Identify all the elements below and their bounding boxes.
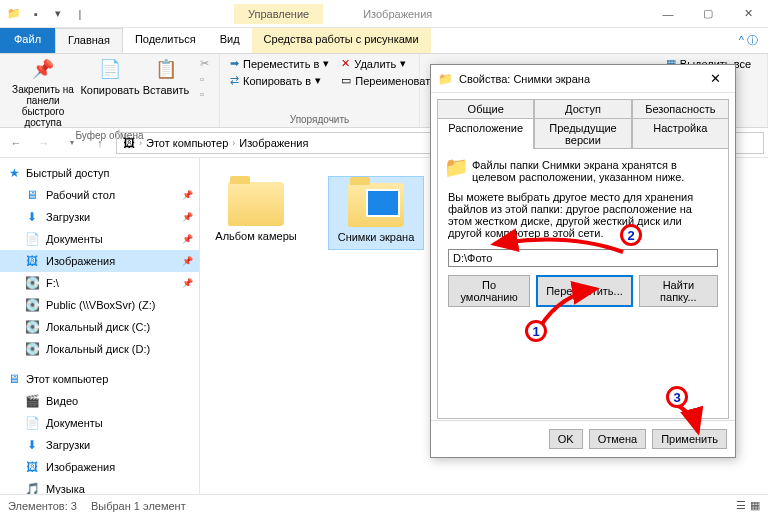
- apply-button[interactable]: Применить: [652, 429, 727, 449]
- downloads-icon: ⬇: [24, 209, 40, 225]
- cancel-button[interactable]: Отмена: [589, 429, 646, 449]
- nav-quick-access[interactable]: ★Быстрый доступ: [0, 162, 199, 184]
- quick-access-toolbar: 📁 ▪ ▾ |: [0, 6, 94, 22]
- copy-icon: 📄: [98, 58, 122, 82]
- titlebar: 📁 ▪ ▾ | Управление Изображения — ▢ ✕: [0, 0, 768, 28]
- move-to-button[interactable]: ➡Переместить в ▾: [226, 56, 333, 71]
- nav-forward-button[interactable]: →: [32, 131, 56, 155]
- nav-desktop[interactable]: 🖥Рабочий стол📌: [0, 184, 199, 206]
- documents-icon: 📄: [24, 415, 40, 431]
- copy-to-label: Копировать в: [243, 75, 311, 87]
- nav-public[interactable]: 💽Public (\\VBoxSvr) (Z:): [0, 294, 199, 316]
- copy-path-button[interactable]: ▫: [196, 72, 213, 86]
- ribbon-group-organize: ➡Переместить в ▾ ⇄Копировать в ▾ ✕Удалит…: [220, 54, 420, 127]
- videos-icon: 🎬: [24, 393, 40, 409]
- nav-up-button[interactable]: ↑: [88, 131, 112, 155]
- folder-icon: [228, 182, 284, 226]
- find-target-button[interactable]: Найти папку...: [639, 275, 718, 307]
- drive-icon: 💽: [24, 275, 40, 291]
- maximize-button[interactable]: ▢: [688, 0, 728, 28]
- desktop-icon: 🖥: [24, 187, 40, 203]
- tab-general[interactable]: Общие: [437, 99, 534, 118]
- folder-camera-roll[interactable]: Альбом камеры: [208, 176, 304, 248]
- paste-button[interactable]: 📋 Вставить: [140, 56, 192, 98]
- tab-previous-versions[interactable]: Предыдущие версии: [534, 118, 631, 149]
- nav-downloads2[interactable]: ⬇Загрузки: [0, 434, 199, 456]
- delete-label: Удалить: [354, 58, 396, 70]
- dialog-close-button[interactable]: ✕: [701, 71, 729, 86]
- paste-shortcut-button[interactable]: ▫: [196, 87, 213, 101]
- dialog-footer: OK Отмена Применить: [431, 420, 735, 457]
- restore-default-button[interactable]: По умолчанию: [448, 275, 530, 307]
- pictures-icon: 🖼: [121, 135, 137, 151]
- location-description-1: Файлы папки Снимки экрана хранятся в цел…: [472, 159, 718, 183]
- view-icons-button[interactable]: ▦: [750, 499, 760, 512]
- crumb-this-pc[interactable]: Этот компьютер: [144, 137, 230, 149]
- pictures-icon: 🖼: [24, 459, 40, 475]
- qat-item[interactable]: ▪: [28, 6, 44, 22]
- contextual-tab-label: Управление: [234, 4, 323, 24]
- window-title: Изображения: [363, 8, 432, 20]
- move-button[interactable]: Переместить...: [536, 275, 633, 307]
- item-count: Элементов: 3: [8, 500, 77, 512]
- tab-share[interactable]: Поделиться: [123, 28, 208, 53]
- nav-back-button[interactable]: ←: [4, 131, 28, 155]
- pc-icon: 🖥: [6, 371, 22, 387]
- paste-label: Вставить: [143, 84, 190, 96]
- location-path-input[interactable]: [448, 249, 718, 267]
- properties-dialog: 📁 Свойства: Снимки экрана ✕ Общие Доступ…: [430, 64, 736, 458]
- tab-view[interactable]: Вид: [208, 28, 252, 53]
- tab-security[interactable]: Безопасность: [632, 99, 729, 118]
- nav-recent-button[interactable]: ▾: [60, 131, 84, 155]
- nav-documents2[interactable]: 📄Документы: [0, 412, 199, 434]
- nav-f-drive[interactable]: 💽F:\📌: [0, 272, 199, 294]
- drive-icon: 💽: [24, 341, 40, 357]
- nav-documents[interactable]: 📄Документы📌: [0, 228, 199, 250]
- documents-icon: 📄: [24, 231, 40, 247]
- paste-icon: 📋: [154, 58, 178, 82]
- copy-to-icon: ⇄: [230, 74, 239, 87]
- network-drive-icon: 💽: [24, 297, 40, 313]
- dialog-tabs: Общие Доступ Безопасность Расположение П…: [431, 93, 735, 149]
- rename-icon: ▭: [341, 74, 351, 87]
- tab-home[interactable]: Главная: [55, 28, 123, 53]
- nav-pictures[interactable]: 🖼Изображения📌: [0, 250, 199, 272]
- downloads-icon: ⬇: [24, 437, 40, 453]
- tab-picture-tools[interactable]: Средства работы с рисунками: [252, 28, 431, 53]
- dialog-body: 📁 Файлы папки Снимки экрана хранятся в ц…: [437, 148, 729, 419]
- tab-customize[interactable]: Настройка: [632, 118, 729, 149]
- nav-this-pc[interactable]: 🖥Этот компьютер: [0, 368, 199, 390]
- copy-button[interactable]: 📄 Копировать: [84, 56, 136, 98]
- tab-sharing[interactable]: Доступ: [534, 99, 631, 118]
- qat-separator: |: [72, 6, 88, 22]
- pin-icon: 📌: [31, 58, 55, 82]
- qat-dropdown[interactable]: ▾: [50, 6, 66, 22]
- status-bar: Элементов: 3 Выбран 1 элемент ☰ ▦: [0, 494, 768, 516]
- nav-d-drive[interactable]: 💽Локальный диск (D:): [0, 338, 199, 360]
- cut-button[interactable]: ✂: [196, 56, 213, 71]
- nav-downloads[interactable]: ⬇Загрузки📌: [0, 206, 199, 228]
- move-icon: ➡: [230, 57, 239, 70]
- delete-icon: ✕: [341, 57, 350, 70]
- view-details-button[interactable]: ☰: [736, 499, 746, 512]
- minimize-button[interactable]: —: [648, 0, 688, 28]
- nav-c-drive[interactable]: 💽Локальный диск (C:): [0, 316, 199, 338]
- copy-to-button[interactable]: ⇄Копировать в ▾: [226, 73, 333, 88]
- nav-videos[interactable]: 🎬Видео: [0, 390, 199, 412]
- ribbon-collapse-button[interactable]: ^ ⓘ: [729, 28, 768, 53]
- dialog-titlebar[interactable]: 📁 Свойства: Снимки экрана ✕: [431, 65, 735, 93]
- nav-pictures2[interactable]: 🖼Изображения: [0, 456, 199, 478]
- pin-icon: 📌: [182, 190, 193, 200]
- folder-screenshots[interactable]: Снимки экрана: [328, 176, 424, 250]
- crumb-pictures[interactable]: Изображения: [237, 137, 310, 149]
- folder-label: Снимки экрана: [338, 231, 415, 243]
- tab-location[interactable]: Расположение: [437, 118, 534, 149]
- ribbon-tabs: Файл Главная Поделиться Вид Средства раб…: [0, 28, 768, 54]
- close-button[interactable]: ✕: [728, 0, 768, 28]
- selection-info: Выбран 1 элемент: [91, 500, 186, 512]
- pin-button[interactable]: 📌 Закрепить на панели быстрого доступа: [6, 56, 80, 130]
- ok-button[interactable]: OK: [549, 429, 583, 449]
- tab-file[interactable]: Файл: [0, 28, 55, 53]
- folder-icon: [348, 183, 404, 227]
- star-icon: ★: [6, 165, 22, 181]
